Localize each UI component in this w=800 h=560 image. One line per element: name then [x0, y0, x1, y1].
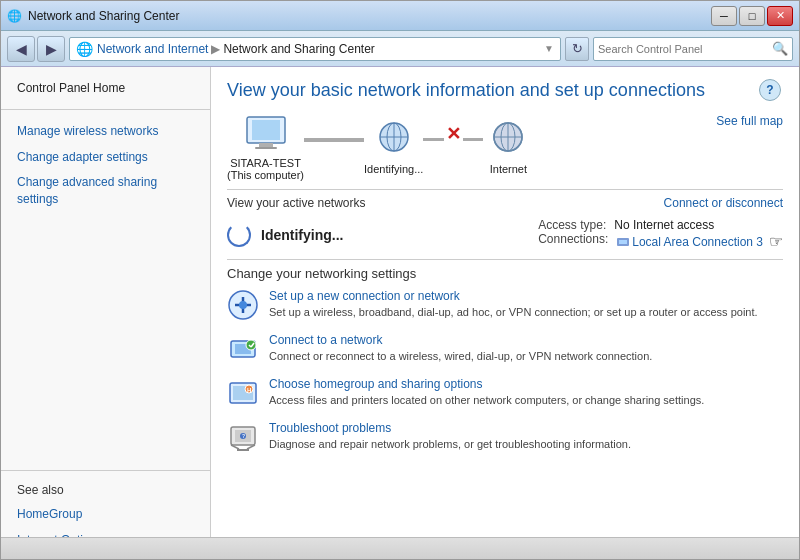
nav-buttons: ◀ ▶ [7, 36, 65, 62]
search-icon: 🔍 [772, 41, 788, 56]
breadcrumb-icon: 🌐 [76, 41, 93, 57]
access-type-row: Access type: No Internet access [538, 218, 783, 232]
connections-row: Connections: Local Area Connection 3 ☞ [538, 232, 783, 251]
breadcrumb-arrow: ▶ [211, 42, 220, 56]
access-type-value: No Internet access [614, 218, 714, 232]
networking-settings-label: Change your networking settings [227, 266, 783, 281]
computer-label: SITARA-TEST (This computer) [227, 157, 304, 181]
diagram-internet: Internet [483, 120, 533, 175]
title-bar-left: 🌐 Network and Sharing Center [7, 9, 179, 23]
window-icon: 🌐 [7, 9, 22, 23]
active-networks-header: View your active networks Connect or dis… [227, 196, 783, 210]
hand-cursor: ☞ [769, 232, 783, 251]
setting-item-1: Connect to a network Connect or reconnec… [227, 333, 783, 365]
setting-icon-2: H [227, 377, 259, 409]
setting-desc-0: Set up a wireless, broadband, dial-up, a… [269, 305, 758, 320]
see-also-label: See also [1, 479, 210, 501]
address-bar: ◀ ▶ 🌐 Network and Internet ▶ Network and… [1, 31, 799, 67]
minimize-button[interactable]: ─ [711, 6, 737, 26]
forward-button[interactable]: ▶ [37, 36, 65, 62]
identifying-label: Identifying... [364, 163, 423, 175]
connector-broken: ✕ [423, 138, 483, 142]
sidebar-divider-1 [1, 109, 210, 110]
sidebar: Control Panel Home Manage wireless netwo… [1, 67, 211, 537]
diagram-identifying: Identifying... [364, 120, 423, 175]
svg-rect-3 [255, 147, 277, 149]
setting-icon-1 [227, 333, 259, 365]
identifying-text: Identifying... [261, 227, 343, 243]
setting-body-1: Connect to a network Connect or reconnec… [269, 333, 652, 364]
breadcrumb-dropdown[interactable]: ▼ [544, 43, 554, 54]
setting-title-2[interactable]: Choose homegroup and sharing options [269, 377, 482, 391]
sidebar-item-change-advanced[interactable]: Change advanced sharing settings [1, 170, 210, 212]
main-content: Control Panel Home Manage wireless netwo… [1, 67, 799, 537]
see-full-map-link[interactable]: See full map [716, 114, 783, 128]
address-breadcrumb[interactable]: 🌐 Network and Internet ▶ Network and Sha… [69, 37, 561, 61]
connector-1 [304, 138, 364, 142]
identifying-icon [369, 120, 419, 160]
setting-desc-1: Connect or reconnect to a wireless, wire… [269, 349, 652, 364]
close-button[interactable]: ✕ [767, 6, 793, 26]
setting-item-3: ? Troubleshoot problems Diagnose and rep… [227, 421, 783, 453]
connect-disconnect-link[interactable]: Connect or disconnect [664, 196, 783, 210]
title-bar-buttons: ─ □ ✕ [711, 6, 793, 26]
active-networks-label: View your active networks [227, 196, 366, 210]
help-button[interactable]: ? [759, 79, 781, 101]
setting-item-2: H Choose homegroup and sharing options A… [227, 377, 783, 409]
setting-title-0[interactable]: Set up a new connection or network [269, 289, 460, 303]
divider-active-networks [227, 189, 783, 190]
computer-icon [241, 114, 291, 154]
title-bar: 🌐 Network and Sharing Center ─ □ ✕ [1, 1, 799, 31]
dash-2 [463, 138, 484, 141]
divider-networking-settings [227, 259, 783, 260]
svg-rect-14 [619, 240, 627, 244]
setting-body-0: Set up a new connection or network Set u… [269, 289, 758, 320]
connection-icon [616, 235, 630, 249]
identifying-spinner [227, 223, 251, 247]
content-area: View your basic network information and … [211, 67, 799, 537]
internet-icon [483, 120, 533, 160]
setting-icon-3: ? [227, 421, 259, 453]
breadcrumb-network-internet[interactable]: Network and Internet [97, 42, 208, 56]
setting-desc-2: Access files and printers located on oth… [269, 393, 704, 408]
window-title: Network and Sharing Center [28, 9, 179, 23]
setting-title-3[interactable]: Troubleshoot problems [269, 421, 391, 435]
local-area-connection-link[interactable]: Local Area Connection 3 [632, 235, 763, 249]
content-header: View your basic network information and … [227, 79, 783, 102]
svg-point-21 [246, 340, 256, 350]
internet-label: Internet [490, 163, 527, 175]
network-diagram: SITARA-TEST (This computer) [227, 114, 783, 181]
setting-body-2: Choose homegroup and sharing options Acc… [269, 377, 704, 408]
setting-body-3: Troubleshoot problems Diagnose and repai… [269, 421, 631, 452]
access-type-label: Access type: [538, 218, 606, 232]
sidebar-item-manage-wireless[interactable]: Manage wireless networks [1, 118, 210, 144]
sidebar-item-homegroup[interactable]: HomeGroup [1, 501, 210, 527]
search-input[interactable] [598, 43, 768, 55]
search-bar[interactable]: 🔍 [593, 37, 793, 61]
setting-desc-3: Diagnose and repair network problems, or… [269, 437, 631, 452]
page-title: View your basic network information and … [227, 79, 783, 102]
diagram-computer: SITARA-TEST (This computer) [227, 114, 304, 181]
connections-label: Connections: [538, 232, 608, 251]
svg-rect-2 [259, 143, 273, 147]
sidebar-item-change-adapter[interactable]: Change adapter settings [1, 144, 210, 170]
refresh-button[interactable]: ↻ [565, 37, 589, 61]
svg-rect-32 [237, 449, 249, 451]
network-info: Access type: No Internet access Connecti… [538, 218, 783, 251]
dash-1 [423, 138, 444, 141]
sidebar-divider-2 [1, 470, 210, 471]
window: 🌐 Network and Sharing Center ─ □ ✕ ◀ ▶ 🌐… [0, 0, 800, 560]
sidebar-control-panel-home[interactable]: Control Panel Home [1, 75, 210, 101]
setting-icon-0 [227, 289, 259, 321]
svg-point-18 [239, 301, 247, 309]
back-button[interactable]: ◀ [7, 36, 35, 62]
setting-title-1[interactable]: Connect to a network [269, 333, 382, 347]
setting-item-0: Set up a new connection or network Set u… [227, 289, 783, 321]
svg-text:H: H [247, 387, 251, 393]
maximize-button[interactable]: □ [739, 6, 765, 26]
breadcrumb-current: Network and Sharing Center [223, 42, 374, 56]
sidebar-item-internet-options[interactable]: Internet Options [1, 527, 210, 537]
active-network-row: Identifying... Access type: No Internet … [227, 218, 783, 251]
broken-icon: ✕ [446, 125, 461, 143]
svg-text:?: ? [242, 433, 245, 439]
